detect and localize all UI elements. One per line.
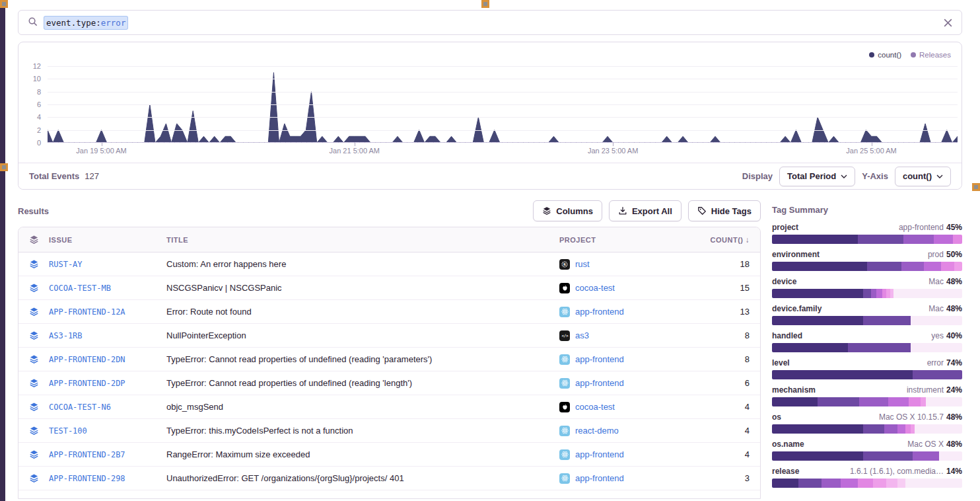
issue-stack-icon bbox=[18, 283, 49, 293]
project-link[interactable]: app-frontend bbox=[559, 354, 703, 365]
table-row[interactable]: APP-FRONTEND-12AError: Route not foundap… bbox=[18, 300, 760, 324]
issue-link[interactable]: APP-FRONTEND-298 bbox=[49, 474, 166, 483]
tag-distribution-bar[interactable] bbox=[772, 262, 962, 271]
tag-top-percent: 45% bbox=[946, 223, 962, 232]
yaxis-dropdown[interactable]: count() bbox=[895, 167, 951, 186]
tag-distribution-bar[interactable] bbox=[772, 479, 962, 488]
table-row[interactable]: RUST-AYCustom: An error happens hereRrus… bbox=[18, 252, 760, 276]
project-link[interactable]: app-frontend bbox=[559, 378, 703, 389]
issue-link[interactable]: APP-FRONTEND-2B7 bbox=[49, 450, 166, 459]
selection-handle-top-left[interactable] bbox=[0, 0, 8, 8]
tag-bar-segment bbox=[863, 289, 871, 298]
y-axis-tick-label: 0 bbox=[37, 139, 41, 147]
export-all-button[interactable]: Export All bbox=[609, 200, 682, 221]
issue-link[interactable]: APP-FRONTEND-2DP bbox=[49, 379, 166, 388]
tag-bar-segment bbox=[905, 424, 911, 434]
table-row[interactable]: COCOA-TEST-MBNSCGSPanicv | NSCGSPaniccoc… bbox=[18, 276, 760, 300]
issue-link[interactable]: AS3-1RB bbox=[49, 331, 166, 340]
tag-distribution-bar[interactable] bbox=[772, 451, 962, 461]
tag-distribution-bar[interactable] bbox=[772, 316, 962, 325]
hide-tags-button[interactable]: Hide Tags bbox=[688, 200, 761, 221]
chart-plot-area[interactable] bbox=[48, 62, 958, 143]
tag-bar-segment bbox=[903, 235, 934, 244]
tag-bar-segment bbox=[772, 316, 863, 325]
app-sidebar-edge bbox=[0, 0, 5, 501]
project-link[interactable]: cocoa-test bbox=[559, 283, 703, 293]
y-axis-tick-label: 2 bbox=[37, 126, 41, 134]
project-link[interactable]: app-frontend bbox=[559, 473, 703, 484]
column-header-count[interactable]: COUNT() ↓ bbox=[703, 235, 760, 245]
issue-title: objc_msgSend bbox=[166, 402, 559, 412]
issue-title: TypeError: this.myCodeIsPerfect is not a… bbox=[166, 426, 559, 436]
table-row[interactable]: TEST-100TypeError: this.myCodeIsPerfect … bbox=[18, 419, 760, 443]
legend-item-count[interactable]: count() bbox=[869, 51, 901, 59]
selection-handle-left-middle[interactable] bbox=[0, 163, 8, 171]
download-icon bbox=[618, 206, 627, 215]
issue-link[interactable]: APP-FRONTEND-2DN bbox=[49, 355, 166, 364]
gridline bbox=[48, 117, 958, 118]
issue-link[interactable]: APP-FRONTEND-12A bbox=[49, 307, 166, 317]
tag-distribution-bar[interactable] bbox=[772, 397, 962, 406]
selection-handle-right-middle[interactable] bbox=[972, 183, 980, 191]
project-link[interactable]: Rrust bbox=[559, 259, 703, 270]
project-link[interactable]: </>as3 bbox=[559, 330, 703, 341]
table-row[interactable]: APP-FRONTEND-2DNTypeError: Cannot read p… bbox=[18, 348, 760, 371]
project-link[interactable]: app-frontend bbox=[559, 449, 703, 460]
project-link[interactable]: cocoa-test bbox=[559, 402, 703, 412]
tag-bar-segment bbox=[772, 397, 818, 406]
tag-distribution-bar[interactable] bbox=[772, 289, 962, 298]
table-row[interactable]: APP-FRONTEND-2B7RangeError: Maximum size… bbox=[18, 443, 760, 467]
header-stack-icon bbox=[18, 235, 49, 245]
tag-bar-segment bbox=[772, 235, 858, 244]
event-count: 15 bbox=[703, 283, 760, 293]
tag-bar-segment bbox=[863, 316, 911, 325]
selection-handle-top-middle[interactable] bbox=[481, 0, 489, 8]
tag-bar-segment bbox=[876, 289, 882, 298]
clear-search-icon[interactable] bbox=[944, 19, 952, 27]
table-row[interactable]: APP-FRONTEND-298UnauthorizedError: GET /… bbox=[18, 467, 760, 490]
issue-link[interactable]: COCOA-TEST-N6 bbox=[49, 403, 166, 412]
tag-distribution-bar[interactable] bbox=[772, 424, 962, 434]
gridline bbox=[48, 130, 958, 131]
issue-stack-icon bbox=[18, 354, 49, 364]
project-link[interactable]: app-frontend bbox=[559, 307, 703, 317]
issue-link[interactable]: TEST-100 bbox=[49, 426, 166, 436]
columns-button[interactable]: Columns bbox=[533, 200, 602, 221]
tag-bar-segment bbox=[772, 451, 863, 461]
issue-link[interactable]: COCOA-TEST-MB bbox=[49, 284, 166, 293]
table-row[interactable]: COCOA-TEST-N6objc_msgSendcocoa-test4 bbox=[18, 395, 760, 419]
legend-item-releases[interactable]: Releases bbox=[911, 51, 951, 59]
project-link[interactable]: react-demo bbox=[559, 426, 703, 436]
display-dropdown[interactable]: Total Period bbox=[779, 167, 855, 186]
search-bar[interactable]: event.type:error bbox=[18, 10, 962, 35]
tag-bar-segment bbox=[772, 343, 848, 352]
columns-button-label: Columns bbox=[556, 206, 593, 216]
project-name: cocoa-test bbox=[575, 283, 615, 293]
tag-top-percent: 48% bbox=[946, 277, 962, 286]
tag-distribution-bar[interactable] bbox=[772, 343, 962, 352]
event-count: 4 bbox=[703, 449, 760, 459]
y-axis-tick-label: 4 bbox=[37, 113, 41, 121]
search-input[interactable]: event.type:error bbox=[44, 17, 127, 29]
tag-block: environmentprod50% bbox=[772, 250, 962, 271]
table-row[interactable]: APP-FRONTEND-2DPTypeError: Cannot read p… bbox=[18, 371, 760, 395]
issue-stack-icon bbox=[18, 426, 49, 436]
tag-top-value: Mac bbox=[928, 304, 944, 313]
sort-descending-icon: ↓ bbox=[746, 235, 750, 245]
column-header-issue[interactable]: ISSUE bbox=[49, 236, 166, 244]
tag-name: device.family bbox=[772, 304, 822, 313]
stack-icon bbox=[29, 283, 39, 293]
tag-name: handled bbox=[772, 331, 802, 340]
tag-distribution-bar[interactable] bbox=[772, 370, 962, 379]
column-header-title[interactable]: TITLE bbox=[166, 236, 559, 244]
issue-link[interactable]: RUST-AY bbox=[49, 260, 166, 269]
y-axis-tick-label: 10 bbox=[33, 75, 41, 83]
yaxis-label: Y-Axis bbox=[862, 171, 888, 181]
table-row[interactable]: AS3-1RBNullPointerException</>as38 bbox=[18, 324, 760, 348]
column-header-project[interactable]: PROJECT bbox=[559, 236, 703, 244]
tag-distribution-bar[interactable] bbox=[772, 235, 962, 244]
project-name: app-frontend bbox=[575, 449, 624, 459]
display-dropdown-value: Total Period bbox=[787, 171, 836, 181]
y-axis-tick-label: 8 bbox=[37, 88, 41, 96]
issue-stack-icon bbox=[18, 378, 49, 388]
